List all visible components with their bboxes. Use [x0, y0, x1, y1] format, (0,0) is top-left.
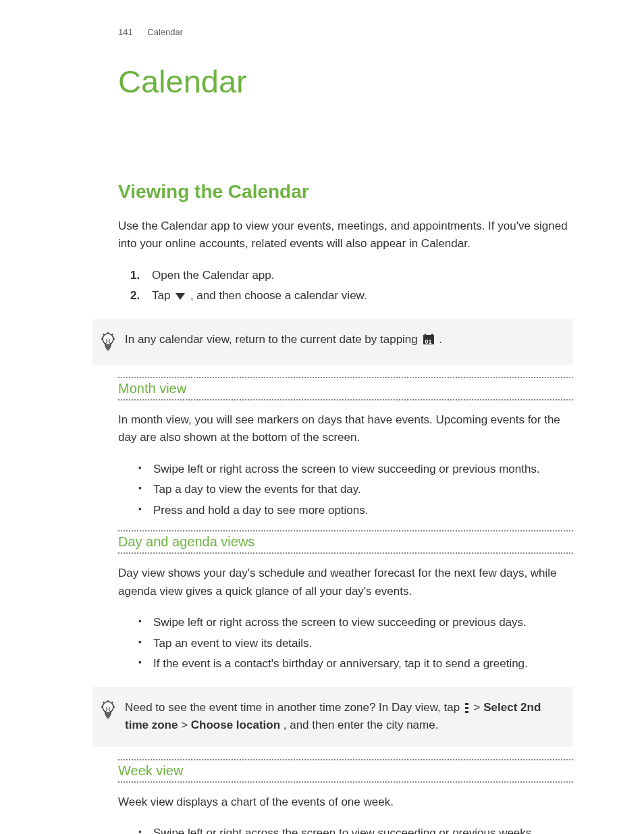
- subsection-heading-month: Month view: [118, 377, 573, 400]
- tip-text-mid2: >: [181, 719, 191, 731]
- tip-content: In any calendar view, return to the curr…: [125, 331, 560, 348]
- lightbulb-icon: [99, 700, 117, 721]
- tip-content: Need to see the event time in another ti…: [125, 699, 560, 735]
- week-view-bullets: Swipe left or right across the screen to…: [118, 823, 573, 834]
- tip-text-prefix: In any calendar view, return to the curr…: [125, 333, 421, 346]
- tip-text-suffix: .: [439, 333, 442, 346]
- month-view-bullets: Swipe left or right across the screen to…: [118, 459, 573, 521]
- month-view-paragraph: In month view, you will see markers on d…: [118, 411, 573, 447]
- steps-list: Open the Calendar app. Tap , and then ch…: [118, 265, 573, 307]
- list-item: Tap an event to view its details.: [145, 633, 573, 654]
- tip-text-suffix: , and then enter the city name.: [284, 719, 439, 731]
- today-icon: 01: [423, 335, 434, 344]
- list-item: Swipe left or right across the screen to…: [145, 459, 573, 480]
- list-item: Open the Calendar app.: [138, 265, 573, 286]
- tip-text-prefix: Need to see the event time in another ti…: [125, 701, 463, 714]
- page-header: 141 Calendar: [118, 27, 573, 37]
- tip-text-mid1: >: [474, 701, 484, 714]
- header-section-name: Calendar: [147, 27, 183, 37]
- list-item: Tap , and then choose a calendar view.: [138, 286, 573, 307]
- svg-point-0: [103, 334, 113, 344]
- svg-point-9: [103, 702, 113, 712]
- svg-line-13: [103, 702, 105, 703]
- subsection-heading-day-agenda: Day and agenda views: [118, 530, 573, 554]
- subsection-heading-week: Week view: [118, 759, 573, 783]
- tip-bold-2: Choose location: [191, 719, 280, 731]
- day-agenda-paragraph: Day view shows your day's schedule and w…: [118, 565, 573, 600]
- list-item: Press and hold a day to see more options…: [145, 500, 573, 521]
- tip-callout: In any calendar view, return to the curr…: [92, 319, 573, 365]
- svg-line-4: [103, 334, 105, 335]
- week-view-paragraph: Week view displays a chart of the events…: [118, 793, 573, 811]
- day-agenda-bullets: Swipe left or right across the screen to…: [118, 613, 573, 675]
- svg-line-5: [112, 334, 113, 335]
- section-title: Viewing the Calendar: [118, 181, 573, 203]
- lightbulb-icon: [99, 332, 117, 353]
- list-item: Swipe left or right across the screen to…: [145, 823, 573, 834]
- list-item: Swipe left or right across the screen to…: [145, 613, 573, 633]
- chapter-title: Calendar: [118, 63, 573, 100]
- step-text-suffix: , and then choose a calendar view.: [190, 289, 367, 302]
- tip-callout: Need to see the event time in another ti…: [92, 687, 573, 747]
- page-number: 141: [118, 27, 133, 37]
- svg-line-14: [112, 702, 113, 703]
- intro-paragraph: Use the Calendar app to view your events…: [118, 217, 573, 253]
- dropdown-icon: [176, 293, 185, 300]
- list-item: Tap a day to view the events for that da…: [145, 479, 573, 500]
- step-text-prefix: Tap: [152, 289, 173, 302]
- list-item: If the event is a contact's birthday or …: [145, 654, 573, 675]
- overflow-menu-icon: [465, 703, 468, 713]
